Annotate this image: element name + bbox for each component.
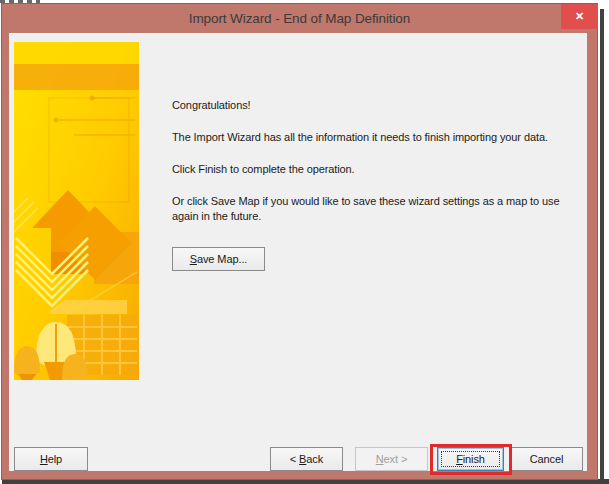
drop-shadow-right — [600, 9, 604, 484]
help-label-rest: elp — [48, 453, 62, 465]
back-label: < — [290, 453, 299, 465]
save-map-label-rest: ave Map... — [197, 253, 247, 265]
save-map-accesskey: S — [190, 253, 197, 265]
save-map-hint-line1: Or click Save Map if you would like to s… — [172, 194, 559, 209]
back-label-rest: ack — [306, 453, 323, 465]
yellow-abstract-art-image — [14, 42, 139, 380]
info-text: The Import Wizard has all the informatio… — [172, 130, 559, 145]
finish-accesskey: F — [456, 453, 463, 465]
dialog-content: Congratulations! The Import Wizard has a… — [9, 33, 587, 471]
back-button[interactable]: < Back — [270, 447, 343, 471]
screenshot-canvas: Import Wizard - End of Map Definition ✕ — [0, 0, 609, 484]
title-bar: Import Wizard - End of Map Definition ✕ — [2, 4, 597, 33]
cancel-label: Cancel — [530, 453, 564, 465]
wizard-message: Congratulations! The Import Wizard has a… — [172, 98, 559, 241]
close-icon: ✕ — [575, 11, 584, 22]
next-accesskey: N — [376, 453, 384, 465]
help-button[interactable]: Help — [14, 447, 88, 471]
background-text-fragment — [0, 0, 40, 3]
help-accesskey: H — [40, 453, 48, 465]
save-map-button[interactable]: Save Map... — [172, 247, 265, 271]
save-map-hint-line2: again in the future. — [172, 209, 559, 224]
drop-shadow-bottom — [2, 479, 609, 484]
import-wizard-dialog: Import Wizard - End of Map Definition ✕ — [2, 4, 597, 479]
close-button[interactable]: ✕ — [561, 4, 598, 29]
congratulations-text: Congratulations! — [172, 98, 559, 113]
finish-button[interactable]: Finish — [437, 447, 504, 471]
next-button: Next > — [355, 447, 428, 471]
finish-label-rest: inish — [463, 453, 485, 465]
next-label-rest: ext > — [384, 453, 408, 465]
cancel-button[interactable]: Cancel — [510, 447, 583, 471]
window-title: Import Wizard - End of Map Definition — [189, 11, 410, 26]
wizard-sidebar-graphic — [14, 42, 139, 380]
click-finish-text: Click Finish to complete the operation. — [172, 162, 559, 177]
